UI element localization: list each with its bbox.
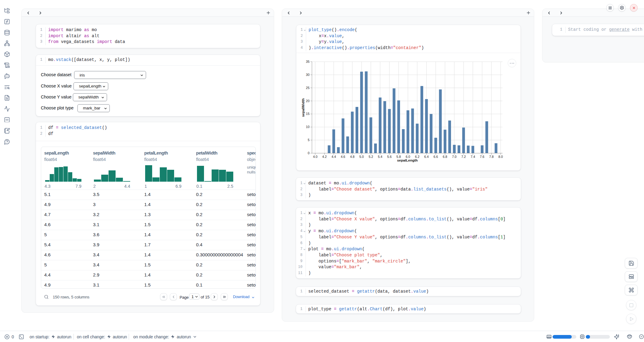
svg-text:6.4: 6.4 xyxy=(424,155,429,159)
svg-text:35: 35 xyxy=(306,60,309,63)
svg-text:4.8: 4.8 xyxy=(350,155,355,159)
svg-text:7.6: 7.6 xyxy=(480,155,485,159)
svg-text:5: 5 xyxy=(308,138,309,142)
svg-text:7.0: 7.0 xyxy=(452,155,457,159)
svg-text:5.0: 5.0 xyxy=(359,155,364,159)
svg-text:0: 0 xyxy=(308,151,309,155)
svg-text:sepalLength: sepalLength xyxy=(397,159,418,162)
svg-text:4.2: 4.2 xyxy=(322,155,327,159)
svg-text:4.0: 4.0 xyxy=(313,155,317,159)
svg-text:8.0: 8.0 xyxy=(499,155,503,159)
svg-text:30: 30 xyxy=(306,73,309,77)
svg-text:7.4: 7.4 xyxy=(470,155,475,159)
svg-text:10: 10 xyxy=(306,125,309,129)
svg-text:sepalWidth: sepalWidth xyxy=(301,98,305,117)
svg-text:5.6: 5.6 xyxy=(387,155,392,159)
svg-text:7.8: 7.8 xyxy=(489,155,494,159)
svg-text:20: 20 xyxy=(306,99,309,103)
svg-text:5.2: 5.2 xyxy=(369,155,373,159)
svg-text:6.0: 6.0 xyxy=(406,155,410,159)
svg-text:5.4: 5.4 xyxy=(378,155,382,159)
svg-text:6.2: 6.2 xyxy=(415,155,420,159)
svg-text:7.2: 7.2 xyxy=(461,155,466,159)
svg-text:5.8: 5.8 xyxy=(396,155,401,159)
svg-text:4.6: 4.6 xyxy=(341,155,345,159)
svg-text:15: 15 xyxy=(306,112,309,116)
svg-text:6.8: 6.8 xyxy=(443,155,447,159)
svg-text:25: 25 xyxy=(306,86,309,90)
svg-text:6.6: 6.6 xyxy=(434,155,438,159)
svg-text:4.4: 4.4 xyxy=(331,155,336,159)
